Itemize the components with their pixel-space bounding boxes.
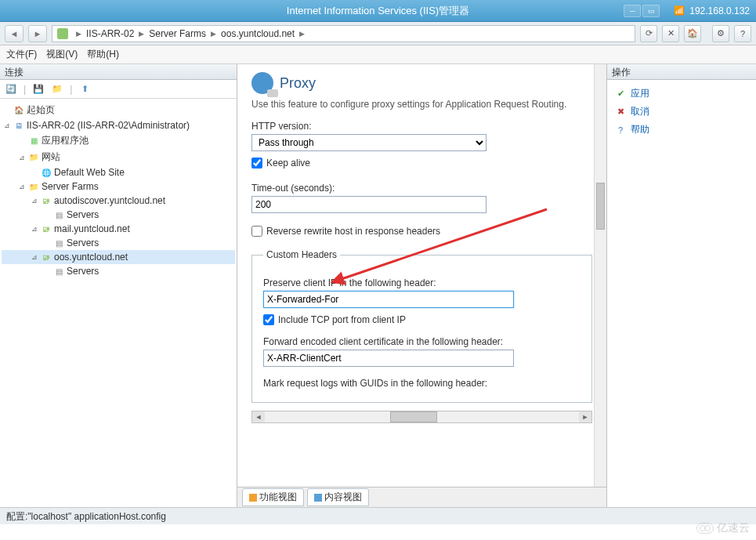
help-icon: ? (615, 125, 626, 136)
features-tab-icon (249, 494, 257, 502)
mark-logs-label: Mark request logs with GUIDs in the foll… (263, 378, 581, 389)
home-addr-button[interactable]: 🏠 (684, 25, 701, 42)
timeout-label: Time-out (seconds): (251, 183, 592, 194)
menu-view[interactable]: 视图(V) (46, 48, 78, 61)
vertical-scrollbar[interactable] (594, 64, 606, 487)
custom-headers-fieldset: Custom Headers Preserve client IP in the… (251, 249, 592, 403)
tree-server[interactable]: ⊿🖥IIS-ARR-02 (IIS-ARR-02\Administrator) (2, 118, 235, 132)
breadcrumb-item[interactable]: Server Farms (149, 28, 206, 39)
center-tabstrip: 功能视图 内容视图 (237, 487, 606, 507)
minimize-button[interactable]: ─ (624, 5, 641, 17)
tab-features-view[interactable]: 功能视图 (242, 488, 304, 506)
tree-farm-mail-servers[interactable]: ▤Servers (2, 236, 235, 250)
window-titlebar: Internet Information Services (IIS)管理器 ─… (0, 0, 756, 22)
content-tab-icon (314, 494, 322, 502)
reverse-rewrite-checkbox[interactable]: Reverse rewrite host in response headers (251, 226, 592, 237)
tab-content-view[interactable]: 内容视图 (307, 488, 369, 506)
tree-farm-autodiscover[interactable]: ⊿🖳autodiscover.yuntcloud.net (2, 194, 235, 208)
nav-forward-button[interactable]: ► (28, 25, 47, 42)
tree-sites[interactable]: ⊿📁网站 (2, 149, 235, 165)
tree-farm-mail[interactable]: ⊿🖳mail.yuntcloud.net (2, 222, 235, 236)
address-bar: ◄ ► ▶ IIS-ARR-02 ▶ Server Farms ▶ oos.yu… (0, 22, 756, 45)
fwd-cert-input[interactable] (263, 350, 514, 367)
timeout-input[interactable] (251, 196, 487, 213)
action-cancel[interactable]: ✖取消 (613, 103, 750, 121)
page-title: Proxy (280, 75, 316, 92)
watermark: 亿速云 (696, 521, 750, 535)
page-intro: Use this feature to configure proxy sett… (251, 99, 592, 110)
tree-home[interactable]: 🏠起始页 (2, 102, 235, 118)
network-signal-icon: 📶 (674, 5, 685, 16)
action-apply[interactable]: ✔应用 (613, 85, 750, 103)
feature-scroll: Proxy Use this feature to configure prox… (237, 64, 606, 487)
menu-bar: 文件(F) 视图(V) 帮助(H) (0, 45, 756, 64)
horizontal-scrollbar[interactable]: ◄► (251, 411, 592, 423)
custom-headers-legend: Custom Headers (263, 249, 340, 260)
connections-toolbar: 🔄 | 💾 📁 | ⬆ (0, 80, 237, 99)
status-bar: 配置:"localhost" applicationHost.config (0, 507, 756, 524)
include-tcp-input[interactable] (263, 314, 274, 325)
actions-header: 操作 (607, 64, 756, 80)
cancel-icon: ✖ (615, 107, 626, 118)
watermark-icon (696, 523, 714, 534)
refresh-breadcrumb-button[interactable]: ⟳ (640, 25, 657, 42)
connections-header: 连接 (0, 64, 237, 80)
tree-farm-oos-servers[interactable]: ▤Servers (2, 264, 235, 278)
up-level-icon[interactable]: ⬆ (78, 83, 91, 96)
save-connections-icon[interactable]: 💾 (32, 83, 45, 96)
feature-panel: Proxy Use this feature to configure prox… (237, 64, 607, 507)
ip-address-label: 192.168.0.132 (689, 5, 750, 16)
reverse-rewrite-input[interactable] (251, 226, 262, 237)
include-tcp-checkbox[interactable]: Include TCP port from client IP (263, 314, 581, 325)
menu-file[interactable]: 文件(F) (6, 48, 37, 61)
tree-farm-autodiscover-servers[interactable]: ▤Servers (2, 208, 235, 222)
tree-server-farms[interactable]: ⊿📁Server Farms (2, 179, 235, 194)
connections-panel: 连接 🔄 | 💾 📁 | ⬆ 🏠起始页 ⊿🖥IIS-ARR-02 (IIS-AR… (0, 64, 237, 507)
breadcrumb[interactable]: ▶ IIS-ARR-02 ▶ Server Farms ▶ oos.yuntcl… (52, 25, 635, 42)
keep-alive-input[interactable] (251, 158, 262, 169)
keep-alive-checkbox[interactable]: Keep alive (251, 158, 592, 169)
preserve-ip-input[interactable] (263, 291, 514, 308)
menu-help[interactable]: 帮助(H) (87, 48, 119, 61)
preserve-ip-label: Preserve client IP in the following head… (263, 277, 581, 288)
settings-tool-button[interactable]: ⚙ (712, 25, 729, 42)
tree-farm-oos[interactable]: ⊿🖳oos.yuntcloud.net (2, 250, 235, 264)
breadcrumb-item[interactable]: IIS-ARR-02 (86, 28, 134, 39)
stop-button[interactable]: ✕ (662, 25, 679, 42)
action-help[interactable]: ?帮助 (613, 121, 750, 139)
fwd-cert-label: Forward encoded client certificate in th… (263, 336, 581, 347)
breadcrumb-item[interactable]: oos.yuntcloud.net (221, 28, 295, 39)
tree-default-site[interactable]: 🌐Default Web Site (2, 165, 235, 179)
nav-back-button[interactable]: ◄ (5, 25, 24, 42)
help-tool-button[interactable]: ? (734, 25, 751, 42)
folder-connections-icon[interactable]: 📁 (51, 83, 63, 96)
maximize-button[interactable]: ▭ (642, 5, 660, 17)
apply-icon: ✔ (615, 89, 626, 100)
actions-panel: 操作 ✔应用 ✖取消 ?帮助 (607, 64, 756, 507)
breadcrumb-root-icon (57, 28, 68, 39)
proxy-feature-icon (251, 72, 273, 94)
connections-tree: 🏠起始页 ⊿🖥IIS-ARR-02 (IIS-ARR-02\Administra… (0, 99, 237, 507)
refresh-connections-icon[interactable]: 🔄 (5, 83, 17, 96)
config-status: 配置:"localhost" applicationHost.config (6, 511, 166, 522)
http-version-select[interactable]: Pass through (251, 134, 487, 151)
http-version-label: HTTP version: (251, 121, 592, 132)
tree-apppool[interactable]: ▦应用程序池 (2, 132, 235, 149)
